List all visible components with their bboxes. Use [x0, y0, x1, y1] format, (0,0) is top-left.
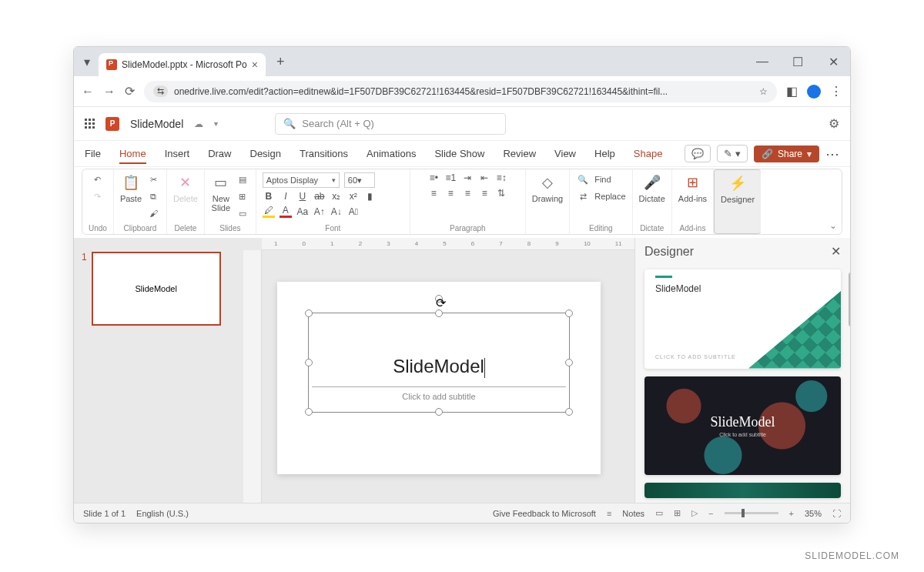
copy-icon[interactable]: ⧉: [146, 189, 160, 203]
search-input[interactable]: 🔍 Search (Alt + Q): [275, 113, 506, 135]
url-field[interactable]: ⇆ onedrive.live.com/edit?action=editnew&…: [144, 81, 777, 102]
browser-menu-icon[interactable]: ⋮: [830, 84, 842, 99]
indent-left-icon[interactable]: ⇤: [478, 172, 490, 183]
tab-draw[interactable]: Draw: [208, 148, 231, 159]
addins-button[interactable]: ⊞ Add-ins: [678, 172, 707, 203]
underline-button[interactable]: U: [296, 191, 309, 202]
resize-handle[interactable]: [305, 309, 313, 317]
paste-button[interactable]: 📋 Paste: [120, 172, 142, 203]
title-textbox[interactable]: ⟳ SlideModel Click to add subtitle: [308, 313, 570, 413]
settings-gear-icon[interactable]: ⚙: [829, 116, 839, 131]
undo-icon[interactable]: ↶: [91, 172, 105, 186]
tab-review[interactable]: Review: [503, 148, 536, 159]
sorter-view-icon[interactable]: ⊞: [674, 508, 681, 518]
redo-icon[interactable]: ↷: [91, 189, 105, 203]
back-icon[interactable]: ←: [82, 85, 94, 99]
document-name[interactable]: SlideModel: [130, 118, 183, 130]
replace-button[interactable]: ⇄Replace: [576, 189, 625, 203]
editing-mode-button[interactable]: ✎ ▾: [717, 145, 748, 162]
slide-canvas[interactable]: ⟳ SlideModel Click to add subtitle: [277, 282, 601, 474]
section-icon[interactable]: ▭: [236, 206, 249, 220]
zoom-out-icon[interactable]: −: [708, 509, 713, 518]
notes-icon[interactable]: ≡: [607, 509, 611, 518]
feedback-link[interactable]: Give Feedback to Microsoft: [493, 509, 596, 518]
new-slide-button[interactable]: ▭ New Slide: [211, 172, 231, 212]
font-name-select[interactable]: Aptos Display: [263, 172, 340, 188]
maximize-icon[interactable]: ☐: [787, 55, 808, 69]
forward-icon[interactable]: →: [103, 85, 116, 99]
reset-icon[interactable]: ⊞: [236, 189, 249, 203]
comments-button[interactable]: 💬: [685, 145, 711, 162]
text-direction-icon[interactable]: ⇅: [495, 188, 507, 199]
slide-thumbnails-panel[interactable]: 1 SlideModel: [74, 238, 243, 503]
align-left-icon[interactable]: ≡: [427, 188, 440, 199]
zoom-slider[interactable]: [725, 512, 778, 514]
resize-handle[interactable]: [435, 309, 443, 317]
minimize-icon[interactable]: —: [752, 55, 773, 69]
tab-view[interactable]: View: [554, 148, 576, 159]
tab-animations[interactable]: Animations: [367, 148, 416, 159]
zoom-percent[interactable]: 35%: [805, 509, 822, 518]
scrollbar[interactable]: [849, 273, 850, 326]
design-suggestion-3[interactable]: [644, 483, 841, 498]
numbering-icon[interactable]: ≡1: [444, 172, 457, 183]
slide-editor[interactable]: 101234567891011 ⟳ SlideModel Click to ad…: [243, 238, 634, 503]
notes-button[interactable]: Notes: [622, 509, 644, 518]
design-suggestion-1[interactable]: SlideModel CLICK TO ADD SUBTITLE: [644, 269, 841, 369]
resize-handle[interactable]: [305, 408, 313, 416]
extensions-icon[interactable]: ◧: [786, 84, 798, 99]
font-size-select[interactable]: 60 ▾: [344, 172, 375, 188]
tab-file[interactable]: File: [85, 148, 101, 159]
align-center-icon[interactable]: ≡: [444, 188, 457, 199]
shrink-font-icon[interactable]: A↓: [330, 206, 343, 217]
close-pane-icon[interactable]: ✕: [831, 244, 841, 259]
site-info-icon[interactable]: ⇆: [153, 85, 168, 97]
line-spacing-icon[interactable]: ≡↕: [495, 172, 507, 183]
language-status[interactable]: English (U.S.): [136, 509, 189, 518]
doc-name-dropdown-icon[interactable]: ▾: [214, 119, 218, 128]
new-tab-button[interactable]: +: [270, 54, 291, 70]
tab-help[interactable]: Help: [594, 148, 615, 159]
slide-count[interactable]: Slide 1 of 1: [83, 509, 126, 518]
layout-icon[interactable]: ▤: [236, 172, 249, 186]
ribbon-more-icon[interactable]: ⋯: [825, 146, 839, 162]
tab-home[interactable]: Home: [119, 148, 146, 164]
normal-view-icon[interactable]: ▭: [655, 508, 663, 518]
slideshow-view-icon[interactable]: ▷: [691, 508, 698, 518]
resize-handle[interactable]: [565, 309, 573, 317]
fit-to-window-icon[interactable]: ⛶: [832, 509, 841, 518]
bold-button[interactable]: B: [263, 191, 275, 202]
superscript-button[interactable]: x²: [347, 191, 360, 202]
find-button[interactable]: 🔍Find: [576, 172, 611, 186]
close-window-icon[interactable]: ✕: [822, 55, 844, 69]
slide-thumbnail[interactable]: SlideModel: [92, 252, 221, 326]
justify-icon[interactable]: ≡: [478, 188, 490, 199]
format-painter-icon[interactable]: 🖌: [146, 206, 160, 220]
profile-avatar[interactable]: [807, 85, 821, 99]
font-highlight-icon[interactable]: 🖊: [263, 205, 275, 218]
collapse-ribbon-icon[interactable]: ⌄: [829, 220, 837, 231]
star-icon[interactable]: ☆: [759, 86, 768, 97]
highlight-button[interactable]: ▮: [364, 191, 377, 202]
tab-shape[interactable]: Shape: [634, 148, 663, 159]
share-button[interactable]: 🔗 Share ▾: [754, 146, 819, 162]
font-color-icon[interactable]: A: [280, 205, 292, 218]
tabs-dropdown-icon[interactable]: ▾: [80, 55, 94, 69]
tab-insert[interactable]: Insert: [165, 148, 190, 159]
tab-transitions[interactable]: Transitions: [300, 148, 348, 159]
browser-tab[interactable]: SlideModel.pptx - Microsoft Po ×: [99, 53, 266, 76]
strike-button[interactable]: ab: [313, 191, 326, 202]
reload-icon[interactable]: ⟳: [125, 84, 135, 99]
drawing-button[interactable]: ◇ Drawing: [532, 172, 563, 203]
title-text[interactable]: SlideModel: [309, 356, 569, 378]
app-launcher-icon[interactable]: [85, 119, 95, 129]
grow-font-icon[interactable]: A↑: [313, 206, 326, 217]
designer-button[interactable]: ⚡ Designer: [721, 173, 755, 204]
saved-to-cloud-icon[interactable]: ☁: [194, 119, 203, 129]
resize-handle[interactable]: [435, 408, 443, 416]
tab-close-icon[interactable]: ×: [252, 59, 258, 71]
cut-icon[interactable]: ✂: [146, 172, 160, 186]
dictate-button[interactable]: 🎤 Dictate: [639, 172, 665, 203]
resize-handle[interactable]: [565, 408, 573, 416]
align-right-icon[interactable]: ≡: [461, 188, 474, 199]
